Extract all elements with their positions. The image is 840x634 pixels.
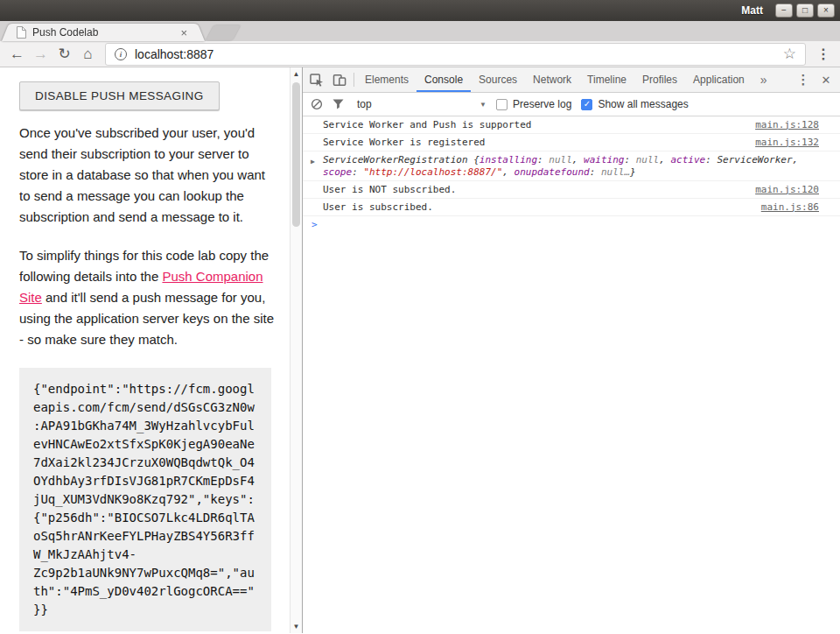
paragraph-subscription: Once you've subscribed your user, you'd … <box>19 123 279 228</box>
window-title: Matt <box>741 4 763 17</box>
devtools-menu-icon[interactable]: ⋮ <box>792 72 815 88</box>
console-message: User is subscribed. main.js:86 <box>303 199 840 216</box>
back-button[interactable]: ← <box>5 42 29 67</box>
console-message: Service Worker and Push is supported mai… <box>303 116 840 134</box>
tab-title: Push Codelab <box>32 26 177 39</box>
check-icon: ✓ <box>584 100 591 109</box>
message-text: Service Worker and Push is supported <box>323 119 745 131</box>
devtools-tab-sources[interactable]: Sources <box>471 67 525 92</box>
scroll-up-icon[interactable]: ▲ <box>290 70 302 78</box>
console-message: User is NOT subscribed. main.js:120 <box>303 181 840 199</box>
toolbar-divider <box>354 73 354 87</box>
show-all-messages-checkbox[interactable]: ✓ Show all messages <box>581 98 688 110</box>
source-link[interactable]: main.js:132 <box>755 137 819 149</box>
source-link[interactable]: main.js:120 <box>755 184 819 196</box>
device-toolbar-icon[interactable] <box>328 68 351 91</box>
new-tab-button[interactable] <box>206 25 240 40</box>
filter-icon[interactable] <box>332 99 344 109</box>
object-preview[interactable]: ServiceWorkerRegistration {installing: n… <box>323 154 819 179</box>
subscription-code-block: {"endpoint":"https://fcm.googleapis.com/… <box>19 368 271 631</box>
forward-button[interactable]: → <box>29 42 52 67</box>
bookmark-star-icon[interactable]: ☆ <box>783 45 796 63</box>
window-close-button[interactable]: × <box>817 4 835 18</box>
console-messages: Service Worker and Push is supported mai… <box>303 116 840 633</box>
tab-strip: Push Codelab × <box>0 21 840 41</box>
inspect-element-icon[interactable] <box>305 68 328 91</box>
scroll-down-icon[interactable]: ▼ <box>290 623 302 630</box>
devtools-panel: Elements Console Sources Network Timelin… <box>302 67 840 633</box>
console-prompt[interactable]: > <box>303 216 840 233</box>
chevron-down-icon: ▼ <box>480 101 486 109</box>
page-info-icon[interactable]: i <box>115 48 127 60</box>
reload-button[interactable]: ↻ <box>52 42 76 67</box>
execution-context-selector[interactable]: top ▼ <box>357 98 486 110</box>
devtools-close-icon[interactable]: ✕ <box>815 74 837 87</box>
prompt-chevron-icon: > <box>312 219 318 231</box>
address-bar[interactable]: i localhost:8887 ☆ <box>105 43 806 66</box>
window-titlebar: Matt − □ × <box>0 0 840 21</box>
paragraph-text: and it'll send a push message for you, u… <box>19 290 274 347</box>
window-maximize-button[interactable]: □ <box>796 4 814 18</box>
console-message: Service Worker is registered main.js:132 <box>303 134 840 151</box>
scrollbar-thumb[interactable] <box>292 82 300 227</box>
url-text: localhost:8887 <box>135 47 775 61</box>
browser-window: Matt − □ × Push Codelab × ← → ↻ ⌂ i loca… <box>0 0 840 633</box>
source-link[interactable]: main.js:86 <box>761 201 819 214</box>
window-minimize-button[interactable]: − <box>775 4 793 18</box>
devtools-tab-console[interactable]: Console <box>416 67 471 92</box>
devtools-tab-timeline[interactable]: Timeline <box>579 67 634 92</box>
browser-menu-icon[interactable]: ⋮ <box>811 42 835 67</box>
more-tabs-icon[interactable]: » <box>752 67 775 92</box>
expand-triangle-icon[interactable]: ▶ <box>311 156 315 168</box>
checkbox-unchecked <box>496 99 508 110</box>
navigation-bar: ← → ↻ ⌂ i localhost:8887 ☆ ⋮ <box>0 41 840 67</box>
checkbox-label: Show all messages <box>598 98 688 110</box>
message-text: User is NOT subscribed. <box>323 184 745 196</box>
page-content: DISABLE PUSH MESSAGING Once you've subsc… <box>0 67 290 633</box>
devtools-tab-application[interactable]: Application <box>685 67 752 92</box>
devtools-tab-profiles[interactable]: Profiles <box>634 67 685 92</box>
tab-close-icon[interactable]: × <box>177 26 191 39</box>
console-toolbar: top ▼ Preserve log ✓ Show all messages <box>303 93 840 116</box>
devtools-tab-elements[interactable]: Elements <box>357 67 416 92</box>
checkbox-label: Preserve log <box>513 98 571 110</box>
minimize-icon: − <box>781 5 787 15</box>
paragraph-companion: To simplify things for this code lab cop… <box>19 245 279 350</box>
devtools-tab-network[interactable]: Network <box>525 67 579 92</box>
page-scrollbar[interactable]: ▲ ▼ <box>290 67 302 633</box>
maximize-icon: □ <box>802 5 808 15</box>
message-text: Service Worker is registered <box>323 137 745 149</box>
close-icon: × <box>823 5 829 15</box>
clear-console-icon[interactable] <box>311 98 323 110</box>
source-link[interactable]: main.js:128 <box>755 119 819 131</box>
home-button[interactable]: ⌂ <box>76 42 100 67</box>
devtools-toolbar: Elements Console Sources Network Timelin… <box>303 67 840 93</box>
preserve-log-checkbox[interactable]: Preserve log <box>496 98 571 110</box>
content-area: DISABLE PUSH MESSAGING Once you've subsc… <box>0 67 840 633</box>
console-object-message: ▶ ServiceWorkerRegistration {installing:… <box>303 151 840 181</box>
disable-push-button[interactable]: DISABLE PUSH MESSAGING <box>19 81 220 110</box>
message-text: User is subscribed. <box>323 201 751 214</box>
page-favicon-icon <box>16 26 26 39</box>
browser-tab[interactable]: Push Codelab × <box>12 24 194 41</box>
context-label: top <box>357 98 372 110</box>
checkbox-checked: ✓ <box>581 99 592 110</box>
